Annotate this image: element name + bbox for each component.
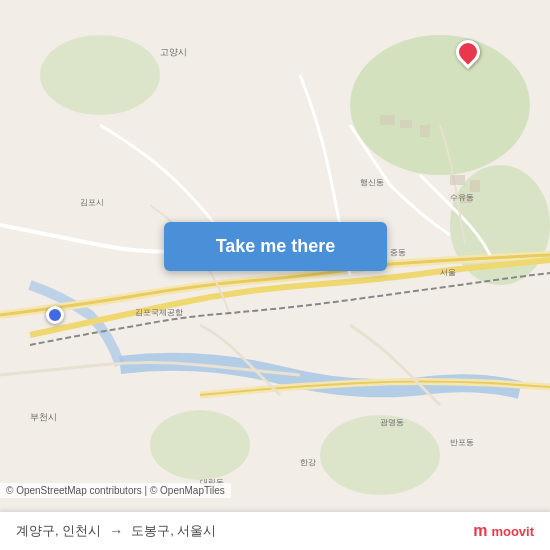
svg-rect-8: [450, 175, 465, 185]
svg-text:김포시: 김포시: [80, 198, 104, 207]
origin-text: 계양구, 인천시: [16, 522, 101, 540]
destination-text: 도봉구, 서울시: [131, 522, 216, 540]
map-container: 고양시 김포시 김포국제공항 고양시 행신동 중동 수유동 서울 광명동 부천시…: [0, 0, 550, 550]
arrow-icon: →: [109, 523, 123, 539]
take-me-there-button[interactable]: Take me there: [164, 222, 387, 271]
svg-text:한강: 한강: [300, 458, 316, 467]
svg-text:고양시: 고양시: [160, 47, 187, 57]
svg-point-4: [150, 410, 250, 480]
bottom-bar: 계양구, 인천시 → 도봉구, 서울시 m moovit: [0, 511, 550, 550]
svg-point-2: [320, 415, 440, 495]
svg-point-3: [40, 35, 160, 115]
svg-point-0: [350, 35, 530, 175]
svg-text:광명동: 광명동: [380, 418, 404, 427]
map-roads: 고양시 김포시 김포국제공항 고양시 행신동 중동 수유동 서울 광명동 부천시…: [0, 0, 550, 550]
moovit-text: moovit: [491, 524, 534, 539]
svg-text:김포국제공항: 김포국제공항: [135, 308, 183, 317]
map-attribution: © OpenStreetMap contributors | © OpenMap…: [0, 483, 231, 498]
route-info: 계양구, 인천시 → 도봉구, 서울시: [16, 522, 473, 540]
svg-text:행신동: 행신동: [360, 178, 384, 187]
svg-rect-9: [470, 180, 480, 192]
svg-rect-5: [380, 115, 395, 125]
svg-text:반포동: 반포동: [450, 438, 474, 447]
svg-text:서울: 서울: [440, 268, 456, 277]
svg-rect-7: [420, 125, 430, 137]
moovit-icon: m: [473, 522, 487, 540]
origin-marker: [46, 306, 64, 324]
destination-marker: [456, 40, 480, 72]
moovit-logo: m moovit: [473, 522, 534, 540]
svg-rect-6: [400, 120, 412, 128]
svg-text:중동: 중동: [390, 248, 406, 257]
svg-text:부천시: 부천시: [30, 412, 57, 422]
svg-text:수유동: 수유동: [450, 193, 474, 202]
